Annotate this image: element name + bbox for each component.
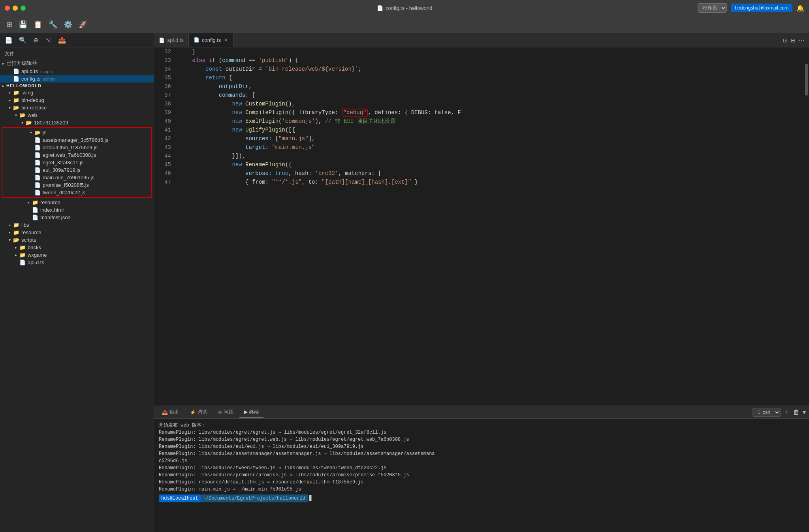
sidebar-item-resource-folder[interactable]: ▸ 📁 resource [0, 199, 154, 206]
sidebar-item-assetsmanager-js[interactable]: 📄 assetsmanager_3c5796d6.js [2, 136, 151, 144]
sidebar-item-api-dts[interactable]: ▸ 📄 api.d.ts [0, 259, 154, 266]
api-dts-icon: 📄 [19, 259, 26, 265]
scrollbar-thumb[interactable] [805, 64, 808, 96]
close-button[interactable] [5, 6, 10, 11]
web-arrow: ▾ [13, 113, 19, 117]
open-editors-section[interactable]: ▸ 已打开编辑器 [0, 59, 154, 68]
project-section[interactable]: ▸ HELLOWORLD [0, 83, 154, 89]
terminal-line-8: RenamePlugin: main.min.js ⇒ ./main.min_7… [159, 486, 804, 493]
sidebar-publish-icon[interactable]: 📤 [56, 36, 68, 45]
sidebar-item-js[interactable]: ▾ 📂 js [2, 129, 151, 136]
sidebar-item-main-min-js[interactable]: 📄 main.min_7b961e95.js [2, 174, 151, 181]
panel-tab-output[interactable]: 📤 输出 [157, 407, 184, 417]
split-editor-icon[interactable]: ⊡ [783, 37, 788, 43]
minimize-button[interactable] [13, 6, 18, 11]
sidebar-item-scripts[interactable]: ▾ 📂 scripts [0, 236, 154, 244]
code-line-40: new ExmlPlugin('commonjs'), // 非 EUI 项目关… [179, 117, 801, 126]
sidebar-item-egret-js[interactable]: 📄 egret_32af8c11.js [2, 159, 151, 166]
bin-release-arrow: ▾ [6, 105, 13, 110]
promise-icon: 📄 [34, 182, 41, 188]
main-toolbar: ⊞ 💾 📋 🔧 ⚙️ 🚀 [0, 16, 809, 33]
maximize-button[interactable] [21, 6, 26, 11]
terminal-selector[interactable]: 1: zsh [753, 408, 781, 417]
index-html-label: index.html [40, 207, 64, 213]
tab-api-d-ts[interactable]: 📄 api.d.ts [154, 33, 189, 47]
sidebar-item-wxgame[interactable]: ▸ 📁 wxgame [0, 251, 154, 259]
terminal-line-2: RenamePlugin: libs/modules/egret/egret.w… [159, 436, 804, 443]
sidebar-item-wing[interactable]: ▸ 📁 .wing [0, 89, 154, 96]
sidebar-branch-icon[interactable]: ⌥ [43, 36, 53, 45]
sidebar-item-libs[interactable]: ▸ 📁 libs [0, 221, 154, 229]
tab-close-icon[interactable]: ✕ [223, 36, 229, 43]
more-actions-icon[interactable]: ⋯ [799, 37, 804, 43]
project-name: HELLOWORLD [6, 83, 41, 88]
toolbar-copy[interactable]: 📋 [32, 19, 44, 30]
sidebar-source-control-icon[interactable]: ⊕ [32, 36, 40, 45]
panel-tab-problems[interactable]: ⊗ 问题 [213, 407, 238, 417]
window-title: 📄 config.ts - helloworld [377, 5, 433, 11]
panel-tab-terminal[interactable]: ▶ 终端 [239, 407, 263, 417]
js-folder-label: js [43, 130, 46, 135]
sidebar-item-eui-js[interactable]: 📄 eui_309a7919.js [2, 166, 151, 174]
toolbar-run[interactable]: 🚀 [77, 19, 89, 30]
sidebar-search-icon[interactable]: 🔍 [17, 36, 28, 45]
sidebar-item-resource[interactable]: ▸ 📁 resource [0, 229, 154, 236]
sidebar-item-index-html[interactable]: ▸ 📄 index.html [0, 206, 154, 214]
sidebar-item-timestamp[interactable]: ▾ 📂 180731135209 [0, 119, 154, 126]
wing-label: .wing [21, 90, 33, 96]
terminal-line-1: RenamePlugin: libs/modules/egret/egret.j… [159, 429, 804, 436]
title-bar: 📄 config.ts - helloworld 程序员 hedongshu@f… [0, 0, 809, 16]
eui-label: eui_309a7919.js [43, 167, 80, 173]
sidebar-item-bin-release[interactable]: ▾ 📂 bin-release [0, 104, 154, 111]
editor-area: 📄 api.d.ts 📄 config.ts ✕ ⊡ ⊟ ⋯ 32 33 34 … [154, 33, 809, 532]
terminal-chevron-down-icon[interactable]: ▾ [803, 408, 806, 416]
sidebar: 📄 🔍 ⊕ ⌥ 📤 文件 ▸ 已打开编辑器 📄 api.d.ts scripts… [0, 33, 154, 532]
terminal-add-icon[interactable]: ＋ [784, 408, 790, 416]
sidebar-item-tween-js[interactable]: 📄 tween_dfc20c22.js [2, 189, 151, 196]
toolbar-save[interactable]: 💾 [17, 19, 29, 30]
user-role-selector[interactable]: 程序员 [698, 3, 727, 13]
resource-root-arrow: ▸ [6, 230, 13, 235]
toolbar-debug[interactable]: ⚙️ [62, 19, 74, 30]
open-file-api[interactable]: 📄 api.d.ts scripts [0, 68, 154, 75]
sidebar-item-bricks[interactable]: ▸ 📁 bricks [0, 244, 154, 251]
sidebar-item-web[interactable]: ▾ 📂 web [0, 111, 154, 119]
sidebar-item-promise-js[interactable]: 📄 promise_f50208f5.js [2, 181, 151, 189]
code-content[interactable]: } else if (command == 'publish') { const… [176, 47, 804, 406]
editor-scrollbar[interactable] [804, 47, 809, 406]
sidebar-item-egret-web-js[interactable]: 📄 egret.web_7a6b0308.js [2, 151, 151, 159]
tab-api-label: api.d.ts [167, 37, 184, 43]
bin-debug-label: bin-debug [21, 97, 44, 103]
terminal-cursor: ▊ [309, 495, 312, 502]
sidebar-item-bin-debug[interactable]: ▸ 📁 bin-debug [0, 96, 154, 104]
open-file-config[interactable]: 📄 config.ts scripts [0, 75, 154, 83]
wing-arrow: ▸ [6, 90, 13, 95]
code-line-42: sources: ["main.js"], [179, 134, 801, 143]
sidebar-item-manifest-json[interactable]: ▸ 📄 manifest.json [0, 214, 154, 221]
index-html-icon: 📄 [32, 207, 39, 213]
output-label: 输出 [169, 409, 179, 415]
project-arrow: ▸ [0, 84, 6, 88]
timestamp-label: 180731135209 [34, 120, 68, 126]
libs-label: libs [21, 222, 29, 228]
manifest-json-icon: 📄 [32, 214, 39, 220]
toolbar-new-file[interactable]: ⊞ [5, 19, 14, 30]
js-arrow: ▾ [28, 130, 34, 135]
panel-tab-debug[interactable]: ⚡ 调试 [185, 407, 212, 417]
terminal-line-4: RenamePlugin: libs/modules/assetsmanager… [159, 450, 804, 457]
user-email[interactable]: hedongshu@foxmail.com [731, 4, 792, 12]
open-file-api-path: scripts [40, 69, 53, 74]
bin-debug-folder-icon: 📁 [13, 97, 20, 103]
sidebar-item-default-thm-js[interactable]: 📄 default.thm_f1875be9.js [2, 144, 151, 151]
terminal-line-3: RenamePlugin: libs/modules/eui/eui.js ⇒ … [159, 443, 804, 450]
line-numbers: 32 33 34 35 36 37 38 39 40 41 42 43 44 4… [154, 47, 176, 406]
code-line-46: verbose: true, hash: 'crc32', matchers: … [179, 169, 801, 178]
terminal-content[interactable]: 开始发布 web 版本： RenamePlugin: libs/modules/… [154, 419, 809, 532]
toolbar-settings[interactable]: 🔧 [47, 19, 59, 30]
toggle-panel-icon[interactable]: ⊟ [791, 37, 796, 43]
default-thm-icon: 📄 [34, 145, 41, 150]
tab-config-ts[interactable]: 📄 config.ts ✕ [189, 33, 234, 47]
terminal-trash-icon[interactable]: 🗑 [793, 409, 800, 416]
sidebar-explorer-icon[interactable]: 📄 [3, 36, 14, 45]
notification-icon[interactable]: 🔔 [796, 4, 804, 12]
